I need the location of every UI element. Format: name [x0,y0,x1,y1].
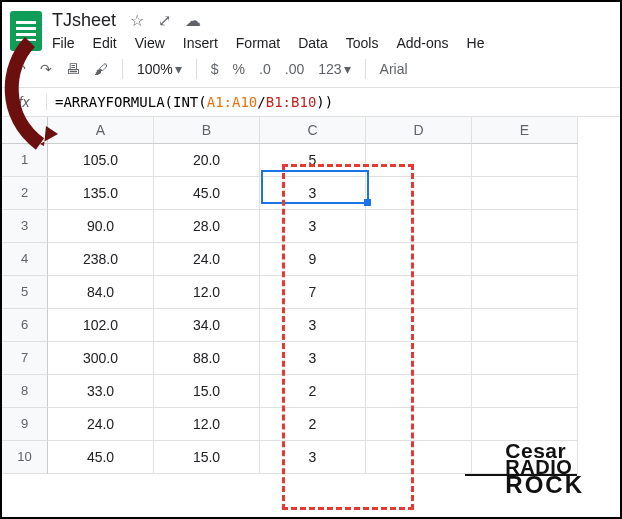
cell[interactable] [366,177,472,210]
watermark: Cesar RADIO ROCK [505,442,584,493]
menu-file[interactable]: File [52,35,75,51]
cell[interactable]: 9 [260,243,366,276]
move-icon[interactable]: ⤢ [158,11,171,30]
cell[interactable] [366,144,472,177]
menu-edit[interactable]: Edit [93,35,117,51]
row-header[interactable]: 9 [2,408,48,441]
cell[interactable]: 45.0 [48,441,154,474]
cell[interactable]: 15.0 [154,375,260,408]
fx-label: fx [2,94,47,110]
column-header[interactable]: B [154,117,260,144]
menu-format[interactable]: Format [236,35,280,51]
menu-addons[interactable]: Add-ons [396,35,448,51]
increase-decimal-button[interactable]: .00 [285,61,304,77]
toolbar: ↶ ↷ 🖶 🖌 100%▾ $ % .0 .00 123▾ Arial [2,51,620,88]
cell[interactable] [366,210,472,243]
cell[interactable]: 135.0 [48,177,154,210]
row-header[interactable]: 1 [2,144,48,177]
cell[interactable] [472,144,578,177]
currency-button[interactable]: $ [211,61,219,77]
cell[interactable] [366,243,472,276]
cell[interactable]: 34.0 [154,309,260,342]
cell[interactable]: 105.0 [48,144,154,177]
menu-view[interactable]: View [135,35,165,51]
cell[interactable]: 5 [260,144,366,177]
cell[interactable]: 3 [260,441,366,474]
row-header[interactable]: 2 [2,177,48,210]
chevron-down-icon: ▾ [175,61,182,77]
cell[interactable] [366,408,472,441]
cell[interactable]: 45.0 [154,177,260,210]
cell[interactable]: 24.0 [154,243,260,276]
more-formats-dropdown[interactable]: 123 [318,61,341,77]
cell[interactable] [366,309,472,342]
undo-icon[interactable]: ↶ [14,61,26,77]
cell[interactable]: 24.0 [48,408,154,441]
row-header[interactable]: 5 [2,276,48,309]
menu-tools[interactable]: Tools [346,35,379,51]
zoom-dropdown[interactable]: 100% [137,61,173,77]
menubar: File Edit View Insert Format Data Tools … [52,35,612,51]
cell[interactable]: 2 [260,375,366,408]
cell[interactable]: 102.0 [48,309,154,342]
row-header[interactable]: 7 [2,342,48,375]
cell[interactable]: 15.0 [154,441,260,474]
cell[interactable]: 3 [260,342,366,375]
cell[interactable]: 20.0 [154,144,260,177]
star-icon[interactable]: ☆ [130,11,144,30]
cell[interactable]: 2 [260,408,366,441]
cell[interactable] [366,342,472,375]
cell[interactable] [472,243,578,276]
menu-data[interactable]: Data [298,35,328,51]
menu-help[interactable]: He [467,35,485,51]
cell[interactable] [472,177,578,210]
cell[interactable]: 90.0 [48,210,154,243]
cell[interactable] [472,210,578,243]
cell[interactable]: 3 [260,177,366,210]
cell[interactable]: 12.0 [154,276,260,309]
cell[interactable] [366,375,472,408]
redo-icon[interactable]: ↷ [40,61,52,77]
cell[interactable]: 238.0 [48,243,154,276]
cell[interactable] [472,276,578,309]
cell[interactable]: 33.0 [48,375,154,408]
print-icon[interactable]: 🖶 [66,61,80,77]
cell[interactable]: 7 [260,276,366,309]
document-title[interactable]: TJsheet [52,10,116,31]
font-dropdown[interactable]: Arial [380,61,408,77]
cell[interactable] [366,276,472,309]
cell[interactable]: 12.0 [154,408,260,441]
cell[interactable]: 84.0 [48,276,154,309]
decrease-decimal-button[interactable]: .0 [259,61,271,77]
paint-format-icon[interactable]: 🖌 [94,61,108,77]
chevron-down-icon: ▾ [344,61,351,77]
cell[interactable]: 28.0 [154,210,260,243]
cell[interactable]: 300.0 [48,342,154,375]
cell[interactable] [472,408,578,441]
column-header[interactable]: E [472,117,578,144]
column-header[interactable]: A [48,117,154,144]
cell[interactable] [366,441,472,474]
cell[interactable] [472,375,578,408]
row-header[interactable]: 10 [2,441,48,474]
row-header[interactable]: 6 [2,309,48,342]
select-all-corner[interactable] [2,117,48,144]
row-header[interactable]: 4 [2,243,48,276]
cell[interactable]: 3 [260,309,366,342]
column-header[interactable]: D [366,117,472,144]
row-header[interactable]: 8 [2,375,48,408]
column-header[interactable]: C [260,117,366,144]
percent-button[interactable]: % [233,61,245,77]
row-header[interactable]: 3 [2,210,48,243]
cell[interactable]: 88.0 [154,342,260,375]
cell[interactable] [472,342,578,375]
menu-insert[interactable]: Insert [183,35,218,51]
cell[interactable] [472,309,578,342]
sheets-logo-icon [10,11,42,51]
formula-input[interactable]: =ARRAYFORMULA(INT(A1:A10/B1:B10)) [47,94,341,110]
cell[interactable]: 3 [260,210,366,243]
spreadsheet-grid[interactable]: ABCDE1105.020.052135.045.03390.028.03423… [2,117,620,474]
cloud-status-icon[interactable]: ☁ [185,11,201,30]
